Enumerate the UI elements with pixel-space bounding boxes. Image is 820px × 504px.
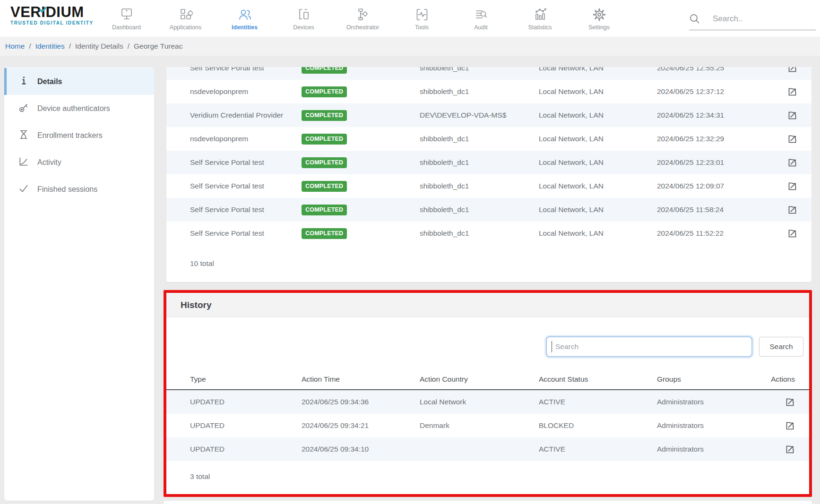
history-type: UPDATED [190, 421, 302, 430]
session-network: Local Network, LAN [539, 135, 657, 143]
main-nav: Dashboard Applications Identities Device… [97, 0, 629, 37]
veridium-logo[interactable]: VERIDIUM TRUSTED DIGITAL IDENTITY [10, 5, 105, 26]
sidebar-item-finished-sessions[interactable]: Finished sessions [4, 176, 154, 203]
key-icon [18, 103, 29, 115]
breadcrumb-separator: / [69, 42, 71, 51]
settings-gear-icon [592, 7, 606, 23]
session-network: Local Network, LAN [539, 67, 657, 72]
session-time: 2024/06/25 12:32:29 [657, 135, 778, 143]
col-groups: Groups [657, 375, 767, 384]
session-name: Veridium Credential Provider [190, 111, 302, 120]
nav-item-statistics[interactable]: Statistics [510, 0, 570, 37]
open-details-icon[interactable] [787, 67, 797, 73]
global-search-input[interactable] [713, 14, 803, 24]
history-type: UPDATED [190, 398, 302, 406]
history-action-country: Denmark [420, 421, 539, 430]
nav-label: Devices [293, 24, 314, 31]
history-row: UPDATED 2024/06/25 09:34:10 ACTIVE Admin… [166, 437, 809, 461]
session-time: 2024/06/25 12:55:25 [657, 67, 778, 72]
status-badge: COMPLETED [302, 157, 347, 168]
open-details-icon[interactable] [785, 444, 795, 454]
history-action-time: 2024/06/25 09:34:21 [302, 421, 420, 430]
dashboard-icon [120, 7, 134, 23]
hourglass-icon [18, 129, 29, 142]
nav-item-audit[interactable]: Audit [451, 0, 510, 37]
col-action-time: Action Time [302, 375, 420, 384]
session-server: shibboleth_dc1 [420, 67, 539, 72]
history-type: UPDATED [190, 445, 302, 453]
session-time: 2024/06/25 12:23:01 [657, 158, 778, 167]
status-badge: COMPLETED [302, 110, 347, 121]
sessions-total-count: 10 total [166, 245, 811, 268]
open-details-icon[interactable] [785, 421, 795, 431]
check-icon [18, 183, 29, 196]
sidebar-item-enrollment-trackers[interactable]: Enrollment trackers [4, 122, 154, 149]
applications-icon [179, 7, 193, 23]
breadcrumb-identities[interactable]: Identities [35, 42, 65, 51]
session-network: Local Network, LAN [539, 182, 657, 190]
search-icon [689, 13, 700, 25]
history-table-header: Type Action Time Action Country Account … [166, 369, 809, 390]
nav-label: Settings [588, 24, 610, 31]
session-name: Self Service Portal test [190, 158, 302, 167]
history-row: UPDATED 2024/06/25 09:34:36 Local Networ… [166, 390, 809, 414]
open-details-icon[interactable] [787, 229, 797, 239]
history-search-input[interactable] [546, 336, 752, 357]
open-details-icon[interactable] [787, 134, 797, 144]
session-name: Self Service Portal test [190, 67, 302, 72]
sidebar-item-details[interactable]: Details [4, 68, 154, 95]
nav-item-settings[interactable]: Settings [570, 0, 629, 37]
open-details-icon[interactable] [787, 158, 797, 168]
open-details-icon[interactable] [787, 181, 797, 191]
nav-item-identities[interactable]: Identities [215, 0, 274, 37]
nav-item-devices[interactable]: Devices [274, 0, 333, 37]
col-action-country: Action Country [420, 375, 539, 384]
breadcrumb-separator: / [29, 42, 31, 51]
top-header: VERIDIUM TRUSTED DIGITAL IDENTITY Dashbo… [0, 0, 820, 37]
next-section-card-edge [164, 501, 812, 504]
history-search-box [546, 336, 752, 357]
nav-item-orchestrator[interactable]: Orchestrator [333, 0, 392, 37]
open-details-icon[interactable] [787, 87, 797, 97]
session-server: shibboleth_dc1 [420, 158, 539, 167]
session-row: nsdeveloponprem COMPLETED shibboleth_dc1… [166, 80, 811, 103]
breadcrumb-identity-details: Identity Details [75, 42, 123, 51]
session-row: Self Service Portal test COMPLETED shibb… [166, 198, 811, 222]
sidebar-item-device-authenticators[interactable]: Device authenticators [4, 95, 154, 122]
session-name: Self Service Portal test [190, 205, 302, 214]
breadcrumb-home[interactable]: Home [5, 42, 25, 51]
col-actions: Actions [771, 375, 795, 384]
history-groups: Administrators [657, 398, 776, 406]
history-account-status: ACTIVE [539, 398, 657, 406]
nav-item-dashboard[interactable]: Dashboard [97, 0, 156, 37]
breadcrumb-separator: / [128, 42, 129, 51]
session-row: Self Service Portal test COMPLETED shibb… [166, 222, 811, 245]
history-row: UPDATED 2024/06/25 09:34:21 Denmark BLOC… [166, 414, 809, 437]
nav-label: Tools [415, 24, 429, 31]
session-row: Self Service Portal test COMPLETED shibb… [166, 151, 811, 174]
sidebar-item-activity[interactable]: Activity [4, 149, 154, 176]
session-network: Local Network, LAN [539, 111, 657, 120]
nav-label: Orchestrator [346, 24, 379, 31]
open-details-icon[interactable] [787, 111, 797, 120]
session-row: Self Service Portal test COMPLETED shibb… [166, 174, 811, 198]
open-details-icon[interactable] [785, 397, 795, 407]
nav-item-applications[interactable]: Applications [156, 0, 215, 37]
session-row: nsdeveloponprem COMPLETED shibboleth_dc1… [166, 127, 811, 151]
open-details-icon[interactable] [787, 205, 797, 215]
session-time: 2024/06/25 12:37:12 [657, 87, 778, 96]
nav-label: Identities [232, 24, 258, 31]
nav-label: Dashboard [112, 24, 141, 31]
history-section: History Search Type Action Time Action C… [164, 290, 812, 497]
breadcrumb: Home / Identities / Identity Details / G… [0, 37, 820, 56]
sidebar-item-label: Details [37, 77, 62, 86]
global-search [689, 8, 816, 30]
history-groups: Administrators [657, 421, 776, 430]
history-total-count: 3 total [166, 461, 809, 481]
history-title: History [181, 300, 211, 310]
identities-icon [238, 7, 252, 23]
orchestrator-icon [356, 7, 370, 23]
history-search-button[interactable]: Search [759, 337, 803, 357]
statistics-icon [533, 7, 547, 23]
nav-item-tools[interactable]: Tools [392, 0, 451, 37]
